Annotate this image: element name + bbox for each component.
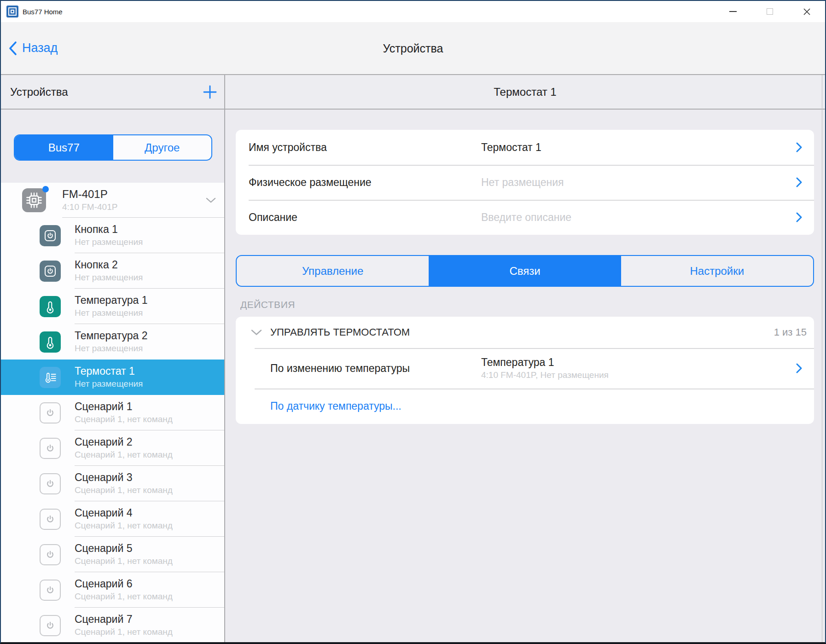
device-list: FM-401P 4:10 FM-401P Кнопка 1 Нет размещ… bbox=[1, 183, 224, 642]
add-device-button[interactable] bbox=[202, 84, 218, 100]
window-title: Bus77 Home bbox=[23, 8, 63, 16]
chevron-right-icon bbox=[796, 142, 802, 152]
detail-tabs: УправлениеСвязиНастройки bbox=[236, 255, 814, 287]
device-subtitle: Сценарий 1, нет команд bbox=[75, 485, 173, 496]
device-title: Сценарий 3 bbox=[75, 471, 173, 483]
action-row-value-block: Температура 1 4:10 FM-401P, Нет размещен… bbox=[481, 356, 609, 380]
tab-связи[interactable]: Связи bbox=[429, 256, 621, 286]
action-group-count: 1 из 15 bbox=[774, 326, 807, 338]
minimize-button[interactable] bbox=[715, 1, 751, 22]
device-list-item[interactable]: Термостат 1 Нет размещения bbox=[1, 360, 224, 395]
device-subtitle: Сценарий 1, нет команд bbox=[75, 450, 173, 460]
maximize-button[interactable] bbox=[751, 1, 788, 22]
device-texts: Сценарий 3 Сценарий 1, нет команд bbox=[75, 471, 173, 495]
close-icon bbox=[803, 8, 811, 16]
chevron-right-icon bbox=[796, 177, 802, 187]
device-texts: Кнопка 2 Нет размещения bbox=[75, 259, 143, 283]
chevron-right-icon bbox=[796, 212, 802, 222]
device-list-item[interactable]: Кнопка 1 Нет размещения bbox=[1, 218, 224, 253]
device-title: Температура 2 bbox=[75, 330, 147, 342]
device-list-item[interactable]: Сценарий 4 Сценарий 1, нет команд bbox=[1, 501, 224, 537]
device-texts: Температура 2 Нет размещения bbox=[75, 330, 147, 354]
device-list-item[interactable]: Температура 2 Нет размещения bbox=[1, 324, 224, 360]
device-list-item[interactable]: Сценарий 6 Сценарий 1, нет команд bbox=[1, 572, 224, 608]
device-title: Сценарий 1 bbox=[75, 400, 173, 412]
property-value: Введите описание bbox=[481, 211, 571, 224]
property-label: Описание bbox=[249, 211, 481, 224]
close-button[interactable] bbox=[788, 1, 825, 22]
device-title: FM-401P bbox=[62, 188, 117, 201]
device-subtitle: Нет размещения bbox=[75, 343, 147, 354]
device-list-item[interactable]: Сценарий 5 Сценарий 1, нет команд bbox=[1, 537, 224, 572]
device-subtitle: Нет размещения bbox=[75, 237, 143, 248]
device-title: Термостат 1 bbox=[75, 365, 143, 377]
device-list-item[interactable]: FM-401P 4:10 FM-401P bbox=[1, 183, 224, 218]
property-value: Термостат 1 bbox=[481, 141, 541, 154]
device-texts: Термостат 1 Нет размещения bbox=[75, 365, 143, 389]
property-row[interactable]: Физическое размещение Нет размещения bbox=[236, 165, 814, 200]
device-texts: Температура 1 Нет размещения bbox=[75, 294, 147, 318]
device-list-item[interactable]: Температура 1 Нет размещения bbox=[1, 289, 224, 324]
device-subtitle: Нет размещения bbox=[75, 308, 147, 319]
sidebar-title: Устройства bbox=[10, 86, 68, 99]
segment-other[interactable]: Другое bbox=[113, 135, 212, 160]
property-label: Имя устройства bbox=[249, 141, 481, 154]
device-detail-panel: Термостат 1 Имя устройства Термостат 1 Ф… bbox=[225, 75, 825, 642]
device-properties-card: Имя устройства Термостат 1 Физическое ра… bbox=[236, 130, 814, 235]
maximize-icon bbox=[767, 8, 773, 15]
device-title: Сценарий 2 bbox=[75, 436, 173, 448]
chevron-right-icon bbox=[796, 363, 802, 373]
scenario-icon bbox=[40, 438, 61, 459]
add-temperature-sensor-link[interactable]: По датчику температуры... bbox=[236, 389, 814, 424]
device-list-item[interactable]: Сценарий 1 Сценарий 1, нет команд bbox=[1, 395, 224, 430]
device-subtitle: Сценарий 1, нет команд bbox=[75, 521, 173, 531]
device-subtitle: Нет размещения bbox=[75, 379, 143, 389]
plus-icon bbox=[202, 84, 218, 100]
device-title: Кнопка 2 bbox=[75, 259, 143, 271]
scenario-icon bbox=[40, 402, 61, 424]
action-row-value-subtitle: 4:10 FM-401P, Нет размещения bbox=[481, 370, 609, 381]
device-title: Сценарий 4 bbox=[75, 507, 173, 519]
thermometer-icon bbox=[40, 296, 61, 317]
action-row-value: Температура 1 bbox=[481, 356, 609, 369]
thermometer-icon bbox=[40, 331, 61, 353]
property-value: Нет размещения bbox=[481, 176, 564, 189]
thermostat-icon bbox=[40, 367, 61, 388]
action-row-temperature-change[interactable]: По изменению температуры Температура 1 4… bbox=[236, 348, 814, 389]
device-title: Сценарий 5 bbox=[75, 542, 173, 554]
segment-bus77[interactable]: Bus77 bbox=[15, 135, 113, 160]
property-row[interactable]: Описание Введите описание bbox=[236, 200, 814, 235]
window-controls bbox=[715, 1, 825, 22]
tab-управление[interactable]: Управление bbox=[237, 256, 429, 286]
device-subtitle: Сценарий 1, нет команд bbox=[75, 627, 173, 638]
device-texts: FM-401P 4:10 FM-401P bbox=[62, 188, 117, 212]
device-list-item[interactable]: Сценарий 3 Сценарий 1, нет команд bbox=[1, 466, 224, 501]
device-texts: Сценарий 4 Сценарий 1, нет команд bbox=[75, 507, 173, 531]
device-texts: Сценарий 6 Сценарий 1, нет команд bbox=[75, 578, 173, 602]
chevron-down-icon[interactable] bbox=[206, 197, 216, 203]
device-texts: Сценарий 2 Сценарий 1, нет команд bbox=[75, 436, 173, 460]
property-row[interactable]: Имя устройства Термостат 1 bbox=[236, 130, 814, 165]
actions-card: УПРАВЛЯТЬ ТЕРМОСТАТОМ 1 из 15 По изменен… bbox=[236, 317, 814, 424]
device-list-item[interactable]: Сценарий 2 Сценарий 1, нет команд bbox=[1, 430, 224, 466]
device-subtitle: 4:10 FM-401P bbox=[62, 202, 117, 213]
page-title: Устройства bbox=[1, 41, 825, 55]
detail-header: Термостат 1 bbox=[225, 75, 825, 110]
detail-body: Имя устройства Термостат 1 Физическое ра… bbox=[225, 110, 825, 642]
minimize-icon bbox=[729, 11, 737, 12]
scenario-icon bbox=[40, 544, 61, 565]
device-texts: Кнопка 1 Нет размещения bbox=[75, 223, 143, 247]
action-group-row[interactable]: УПРАВЛЯТЬ ТЕРМОСТАТОМ 1 из 15 bbox=[236, 317, 814, 348]
device-title: Сценарий 7 bbox=[75, 613, 173, 625]
device-list-item[interactable]: Сценарий 7 Сценарий 1, нет команд bbox=[1, 608, 224, 642]
status-badge-dot bbox=[42, 186, 49, 192]
chip-icon bbox=[22, 188, 46, 212]
scenario-icon bbox=[40, 580, 61, 601]
device-texts: Сценарий 5 Сценарий 1, нет команд bbox=[75, 542, 173, 566]
device-list-item[interactable]: Кнопка 2 Нет размещения bbox=[1, 253, 224, 289]
main-split: Устройства Bus77Другое FM-401P 4:10 FM-4… bbox=[1, 75, 825, 642]
tab-настройки[interactable]: Настройки bbox=[621, 256, 813, 286]
power-icon bbox=[40, 225, 61, 246]
scenario-icon bbox=[40, 473, 61, 494]
action-row-label: По изменению температуры bbox=[270, 362, 481, 375]
